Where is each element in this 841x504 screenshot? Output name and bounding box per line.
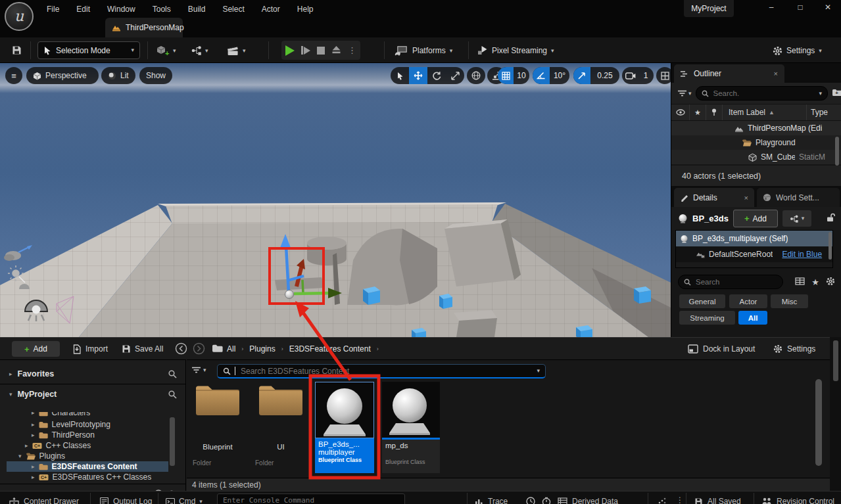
filter-chip-streaming[interactable]: Streaming	[679, 311, 735, 325]
back-button[interactable]	[175, 342, 187, 357]
tree-item-plugins[interactable]: ▾ Plugins	[0, 451, 186, 461]
scale-snap-toggle[interactable]	[573, 67, 590, 84]
scale-tool-button[interactable]	[446, 67, 464, 84]
menu-actor[interactable]: Actor	[253, 5, 289, 14]
scale-snap-value[interactable]: 0.25	[590, 67, 619, 84]
menu-window[interactable]: Window	[99, 5, 144, 14]
settings-dropdown[interactable]: Settings ▾	[773, 42, 822, 59]
tab-outliner[interactable]: Outliner ×	[674, 64, 784, 83]
move-tool-button[interactable]	[409, 67, 427, 84]
pixel-streaming-dropdown[interactable]: Pixel Streaming ▾	[477, 42, 554, 59]
asset-tile-mp-ds[interactable]: mp_ds Blueprint Class	[382, 382, 440, 473]
new-folder-button[interactable]: +	[832, 88, 841, 99]
favorites-section[interactable]: ▸ Favorites	[0, 366, 186, 382]
outliner-search[interactable]: ▾	[696, 86, 829, 101]
asset-tile-bp-e3ds-multiplayer[interactable]: BP_e3ds_... multiplayer Blueprint Class	[315, 382, 374, 473]
column-visibility[interactable]	[671, 104, 690, 120]
cinematics-dropdown[interactable]: ▾	[226, 42, 246, 59]
asset-tile-blueprint-folder[interactable]: Blueprint Folder	[193, 382, 243, 469]
show-dropdown[interactable]: Show	[139, 67, 172, 84]
unreal-logo-icon[interactable]: u	[5, 2, 34, 31]
import-button[interactable]: Import	[72, 343, 108, 355]
outliner-search-input[interactable]	[712, 89, 816, 98]
outliner-row-level[interactable]: ThirdPersonMap (Edi	[671, 121, 841, 135]
eject-button[interactable]	[331, 45, 341, 56]
stop-button[interactable]	[317, 47, 325, 55]
menu-build[interactable]: Build	[180, 5, 214, 14]
favorites-filter-button[interactable]: ★	[811, 277, 819, 287]
breadcrumb-plugins[interactable]: Plugins	[249, 344, 275, 354]
close-button[interactable]: ✕	[819, 3, 836, 16]
derived-data-button[interactable]: Derived Data	[558, 497, 618, 504]
add-actor-dropdown[interactable]: + ▾	[155, 42, 176, 59]
blueprints-dropdown[interactable]: ▾	[191, 42, 208, 59]
menu-tools[interactable]: Tools	[144, 5, 180, 14]
add-component-button[interactable]: + Add	[733, 210, 778, 227]
asset-tile-ui-folder[interactable]: UI Folder	[256, 382, 306, 469]
details-search-input[interactable]	[694, 277, 777, 286]
search-icon[interactable]	[168, 370, 177, 378]
search-icon[interactable]	[168, 390, 177, 399]
tree-item-thirdperson[interactable]: ▸ ThirdPerson	[0, 430, 186, 440]
rotate-tool-button[interactable]	[427, 67, 446, 84]
tab-details[interactable]: Details ×	[674, 188, 754, 207]
revision-control-button[interactable]: Revision Control	[761, 497, 834, 504]
viewport-options-menu[interactable]: ≡	[5, 67, 22, 84]
asset-filter-button[interactable]: ▾	[192, 367, 206, 373]
save-button[interactable]	[9, 43, 24, 57]
filter-chip-misc[interactable]: Misc	[771, 294, 808, 308]
angle-snap-value[interactable]: 10°	[550, 67, 569, 84]
asset-search-input[interactable]	[239, 366, 533, 377]
minimize-button[interactable]: –	[763, 3, 780, 16]
play-options-button[interactable]: ⋮	[348, 45, 356, 55]
blueprint-edit-dropdown[interactable]: ▾	[782, 210, 811, 227]
timer-icon[interactable]	[542, 497, 551, 504]
tree-item-levelprototyping[interactable]: ▸ LevelPrototyping	[0, 419, 186, 430]
viewport-canvas[interactable]	[0, 63, 671, 337]
menu-file[interactable]: File	[38, 5, 68, 14]
trace-button[interactable]: Trace	[475, 497, 508, 504]
perspective-dropdown[interactable]: Perspective	[26, 67, 99, 84]
breadcrumb-all[interactable]: All	[227, 344, 235, 354]
filter-chip-general[interactable]: General	[679, 294, 725, 308]
add-asset-button[interactable]: + Add	[12, 341, 60, 357]
breadcrumb-e3ds[interactable]: E3DSFeatures Content	[289, 344, 371, 354]
angle-snap-toggle[interactable]	[533, 67, 550, 84]
save-all-button[interactable]: Save All	[122, 343, 163, 355]
menu-edit[interactable]: Edit	[68, 5, 99, 14]
outliner-scrollbar[interactable]	[835, 137, 839, 166]
asset-search[interactable]: ▾	[217, 364, 546, 378]
component-row-sceneroot[interactable]: ⟳ DefaultSceneRoot Edit in Blue	[676, 246, 832, 262]
outliner-row-smcube[interactable]: SM_Cube StaticM	[671, 150, 841, 164]
column-type[interactable]: Type	[807, 104, 841, 120]
tree-item-cpp-classes[interactable]: ▸ C+ C++ Classes	[0, 440, 186, 451]
frame-skip-button[interactable]	[301, 46, 310, 55]
insights-icon[interactable]	[526, 497, 535, 504]
play-button[interactable]	[285, 45, 295, 56]
details-settings-button[interactable]	[826, 277, 835, 288]
maximize-button[interactable]: □	[792, 3, 809, 16]
tree-item-characters[interactable]: ▸ Characters	[0, 412, 186, 418]
details-search[interactable]	[678, 275, 783, 289]
selection-mode-dropdown[interactable]: Selection Mode ▾	[37, 41, 140, 59]
close-icon[interactable]: ×	[774, 70, 778, 78]
camera-speed-button[interactable]	[622, 67, 639, 84]
display-filter-button[interactable]	[795, 277, 805, 287]
filter-chip-all[interactable]: All	[738, 311, 767, 325]
all-saved-button[interactable]: All Saved	[694, 497, 741, 504]
tab-thirdpersonmap[interactable]: ThirdPersonMap	[105, 18, 183, 37]
asset-area-scrollbar[interactable]	[815, 379, 822, 466]
edit-in-blueprint-link[interactable]: Edit in Blue	[782, 250, 822, 259]
outliner-row-playground[interactable]: Playground	[671, 135, 841, 150]
lock-button[interactable]	[827, 213, 835, 224]
component-tree-scrollbar[interactable]	[829, 232, 832, 260]
platforms-dropdown[interactable]: Platforms ▾	[395, 42, 452, 59]
column-item-label[interactable]: Item Label ▲	[723, 104, 807, 120]
menu-help[interactable]: Help	[289, 5, 322, 14]
sources-scrollbar[interactable]	[170, 417, 175, 466]
output-log-button[interactable]: Output Log	[100, 497, 152, 504]
right-panel-scrollbar[interactable]	[833, 340, 838, 381]
forward-button[interactable]	[193, 342, 205, 357]
outliner-filter-button[interactable]: ▾	[678, 90, 692, 97]
lit-dropdown[interactable]: Lit	[101, 67, 135, 84]
